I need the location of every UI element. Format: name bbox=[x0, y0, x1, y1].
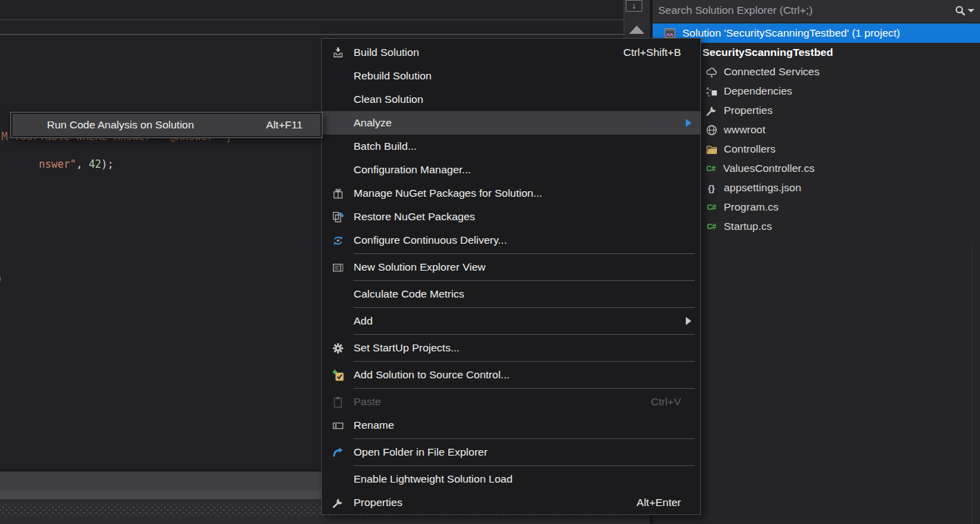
menu-separator bbox=[354, 438, 695, 439]
tree-item-label: Connected Services bbox=[724, 66, 820, 78]
menu-item-label: Rebuild Solution bbox=[354, 70, 700, 82]
menu-item-open-folder-in-file-explorer[interactable]: Open Folder in File Explorer bbox=[322, 440, 700, 464]
menu-item-clean-solution[interactable]: Clean Solution bbox=[322, 88, 700, 111]
tree-item-wwwroot[interactable]: wwwroot bbox=[653, 120, 980, 139]
tree-item-controllers[interactable]: Controllers bbox=[653, 139, 980, 159]
menu-item-label: New Solution Explorer View bbox=[354, 261, 700, 273]
tree-item-label: Controllers bbox=[724, 143, 776, 155]
menu-item-set-startup-projects[interactable]: Set StartUp Projects... bbox=[322, 336, 700, 360]
code-line-2: nswer", 42); bbox=[1, 146, 114, 183]
editor-top-divider bbox=[0, 19, 624, 20]
csharp-icon: C# bbox=[704, 203, 719, 211]
menu-item-paste: PasteCtrl+V bbox=[322, 390, 700, 414]
menu-item-manage-nuget-packages-for-solution[interactable]: Manage NuGet Packages for Solution... bbox=[322, 182, 700, 205]
menu-item-restore-nuget-packages[interactable]: Restore NuGet Packages bbox=[322, 205, 700, 229]
menu-item-label: Analyze bbox=[354, 117, 686, 129]
menu-item-label: Add bbox=[354, 315, 686, 327]
search-input[interactable] bbox=[653, 4, 954, 17]
nuget-restore-icon bbox=[322, 211, 354, 223]
json-icon: {} bbox=[704, 183, 719, 193]
menu-item-label: Rename bbox=[354, 419, 700, 431]
menu-separator bbox=[354, 388, 695, 389]
tree-item-valuescontroller-cs[interactable]: ▷C#ValuesController.cs bbox=[653, 159, 980, 178]
tree-item-label: SecurityScanningTestbed bbox=[702, 46, 833, 59]
rename-icon bbox=[322, 420, 354, 431]
menu-separator bbox=[354, 280, 695, 281]
menu-item-add[interactable]: Add bbox=[322, 309, 700, 333]
cloud-icon bbox=[704, 66, 719, 78]
search-options-chevron-icon[interactable] bbox=[968, 9, 974, 12]
menu-item-shortcut: Alt+Enter bbox=[637, 496, 681, 509]
menu-item-new-solution-explorer-view[interactable]: New Solution Explorer View bbox=[322, 255, 700, 279]
wrench-icon bbox=[322, 497, 354, 509]
menu-separator bbox=[354, 253, 695, 254]
menu-item-label: Batch Build... bbox=[354, 140, 700, 153]
scrollbar-down-arrow-icon[interactable]: ↓ bbox=[626, 0, 642, 12]
menu-item-properties[interactable]: PropertiesAlt+Enter bbox=[322, 491, 700, 514]
solution-tree: Solution 'SecurityScanningTestbed' (1 pr… bbox=[653, 23, 980, 236]
tree-item-securityscanningtestbed[interactable]: SecurityScanningTestbed bbox=[653, 43, 980, 62]
tree-item-appsettings-json[interactable]: {}appsettings.json bbox=[653, 178, 980, 197]
paste-icon bbox=[322, 396, 354, 408]
tree-item-properties[interactable]: Properties bbox=[653, 101, 980, 120]
visual-studio-window: M YourTable WHERE Answer = @Answer } nsw… bbox=[0, 0, 980, 524]
search-icon[interactable] bbox=[954, 5, 966, 17]
menu-item-label: Restore NuGet Packages bbox=[354, 211, 700, 223]
nuget-package-icon bbox=[322, 188, 354, 200]
globe-icon bbox=[704, 124, 719, 136]
menu-separator bbox=[354, 307, 695, 308]
dependencies-icon bbox=[704, 86, 719, 97]
tree-item-connected-services[interactable]: Connected Services bbox=[653, 62, 980, 81]
menu-item-run-code-analysis-on-solution[interactable]: Run Code Analysis on Solution Alt+F11 bbox=[12, 114, 320, 136]
folder-icon bbox=[704, 144, 719, 155]
menu-separator bbox=[354, 465, 695, 466]
menu-item-label: Paste bbox=[354, 396, 651, 408]
panel-scrollbar-line bbox=[972, 242, 972, 524]
menu-item-rebuild-solution[interactable]: Rebuild Solution bbox=[322, 64, 700, 88]
menu-item-shortcut: Alt+F11 bbox=[266, 119, 320, 131]
solution-explorer-search-bar bbox=[653, 0, 980, 21]
editor-toolbar-divider bbox=[0, 34, 624, 35]
new-view-icon bbox=[322, 262, 354, 273]
menu-item-add-solution-to-source-control[interactable]: Add Solution to Source Control... bbox=[322, 363, 700, 387]
analyze-submenu: Run Code Analysis on Solution Alt+F11 bbox=[10, 112, 323, 138]
csharp-icon: C# bbox=[703, 164, 718, 173]
menu-item-label: Manage NuGet Packages for Solution... bbox=[354, 187, 700, 200]
menu-item-configuration-manager[interactable]: Configuration Manager... bbox=[322, 158, 700, 182]
menu-item-rename[interactable]: Rename bbox=[322, 414, 700, 437]
menu-item-configure-continuous-delivery[interactable]: Configure Continuous Delivery... bbox=[322, 229, 700, 252]
scrollbar-up-arrow-icon[interactable] bbox=[629, 26, 644, 34]
menu-item-build-solution[interactable]: Build SolutionCtrl+Shift+B bbox=[322, 41, 700, 64]
menu-item-shortcut: Ctrl+V bbox=[651, 396, 682, 408]
menu-item-calculate-code-metrics[interactable]: Calculate Code Metrics bbox=[322, 282, 700, 306]
build-icon bbox=[322, 47, 354, 59]
tree-item-program-cs[interactable]: C#Program.cs bbox=[653, 197, 980, 217]
wrench-icon bbox=[704, 105, 719, 117]
menu-item-label: Add Solution to Source Control... bbox=[354, 369, 700, 381]
menu-item-label: Clean Solution bbox=[354, 93, 700, 106]
tree-item-dependencies[interactable]: Dependencies bbox=[653, 81, 980, 101]
tree-item-label: appsettings.json bbox=[724, 182, 801, 194]
continuous-delivery-icon bbox=[322, 235, 354, 246]
menu-item-label: Configure Continuous Delivery... bbox=[354, 234, 700, 246]
tree-item-solution-securityscanningtestbed-1-project[interactable]: Solution 'SecurityScanningTestbed' (1 pr… bbox=[653, 23, 980, 43]
menu-item-label: Open Folder in File Explorer bbox=[354, 446, 700, 458]
tree-item-label: Program.cs bbox=[724, 201, 778, 213]
gear-icon bbox=[322, 342, 354, 354]
menu-item-label: Configuration Manager... bbox=[354, 164, 700, 176]
submenu-arrow-icon bbox=[686, 317, 691, 325]
menu-item-batch-build[interactable]: Batch Build... bbox=[322, 135, 700, 158]
menu-separator bbox=[354, 361, 695, 362]
solution-context-menu: Build SolutionCtrl+Shift+BRebuild Soluti… bbox=[321, 38, 701, 515]
code-stray-paren: ) bbox=[0, 272, 3, 286]
menu-item-analyze[interactable]: Analyze bbox=[322, 111, 700, 135]
menu-item-enable-lightweight-solution-load[interactable]: Enable Lightweight Solution Load bbox=[322, 467, 700, 491]
tree-item-label: Properties bbox=[724, 104, 773, 117]
menu-item-label: Enable Lightweight Solution Load bbox=[354, 473, 700, 485]
tree-item-label: Solution 'SecurityScanningTestbed' (1 pr… bbox=[682, 27, 900, 39]
tree-item-label: Startup.cs bbox=[724, 220, 772, 233]
tree-item-startup-cs[interactable]: C#Startup.cs bbox=[653, 217, 980, 236]
menu-item-label: Set StartUp Projects... bbox=[354, 342, 700, 354]
tree-item-label: Dependencies bbox=[724, 85, 792, 97]
tree-item-label: ValuesController.cs bbox=[723, 162, 814, 175]
